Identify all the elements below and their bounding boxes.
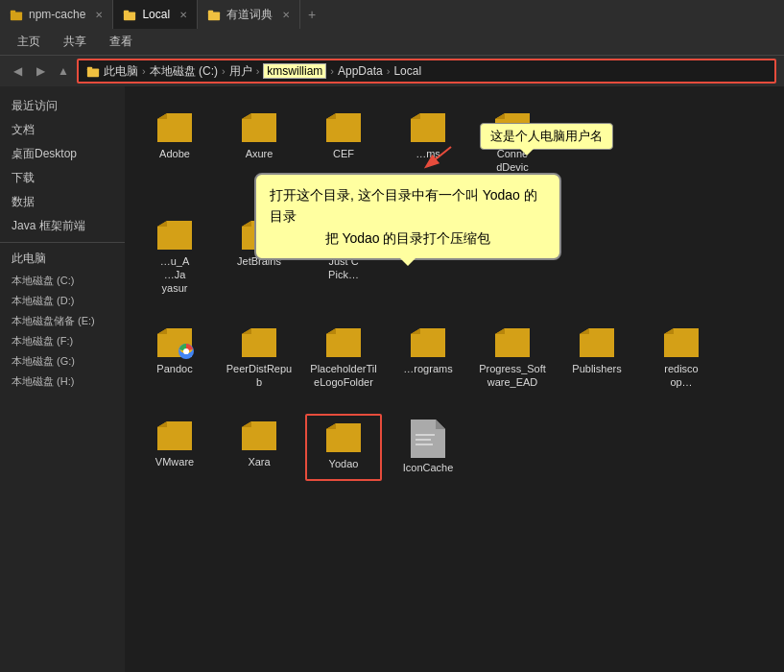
folder-vmware[interactable]: VMware — [136, 414, 213, 480]
title-bar: npm-cache ✕ Local ✕ 有道词典 ✕ + — [0, 0, 784, 29]
svg-marker-44 — [242, 421, 251, 427]
svg-marker-34 — [411, 328, 420, 334]
sidebar-item-recent[interactable]: 最近访问 — [0, 94, 125, 118]
breadcrumb-users: 用户 — [229, 63, 252, 80]
menu-bar: 主页 共享 查看 — [0, 29, 784, 56]
sidebar-item-downloads[interactable]: 下载 — [0, 166, 125, 190]
svg-marker-13 — [326, 113, 336, 119]
svg-marker-9 — [157, 113, 167, 119]
svg-point-28 — [183, 348, 189, 354]
sidebar-drive-g[interactable]: 本地磁盘 (G:) — [0, 351, 125, 372]
svg-rect-49 — [416, 434, 435, 436]
tab-close-local[interactable]: ✕ — [179, 10, 187, 20]
sidebar-item-docs[interactable]: 文档 — [0, 118, 125, 142]
svg-marker-19 — [157, 221, 167, 227]
nav-forward[interactable]: ▶ — [31, 61, 50, 81]
sidebar-drive-c[interactable]: 本地磁盘 (C:) — [0, 271, 125, 291]
tab-youdao[interactable]: 有道词典 ✕ — [198, 0, 300, 29]
svg-rect-3 — [124, 11, 129, 14]
svg-rect-5 — [208, 11, 213, 14]
svg-rect-1 — [11, 11, 15, 14]
tab-local[interactable]: Local ✕ — [113, 0, 198, 29]
sidebar-item-data[interactable]: 数据 — [0, 190, 125, 214]
sidebar-item-java[interactable]: Java 框架前端 — [0, 214, 125, 238]
folder-progress[interactable]: Progress_Software_EAD — [474, 321, 551, 396]
breadcrumb-appdata: AppData — [338, 64, 383, 78]
svg-marker-40 — [664, 328, 674, 334]
sidebar: 最近访问 文档 桌面Desktop 下载 数据 Java 框架前端 此电脑 — [0, 86, 125, 672]
menu-view[interactable]: 查看 — [100, 32, 142, 52]
breadcrumb-computer: 此电脑 — [104, 63, 138, 80]
content-area: 这是个人电脑用户名 打开这个目录, 这个目录中有一个叫 Yodao 的目录 把 … — [125, 86, 784, 672]
file-iconcache[interactable]: IconCache — [390, 414, 466, 480]
svg-marker-17 — [495, 113, 505, 119]
svg-marker-21 — [242, 221, 251, 227]
folder-programs[interactable]: …rograms — [390, 321, 466, 396]
folder-publishers[interactable]: Publishers — [558, 321, 635, 396]
svg-marker-32 — [326, 328, 336, 334]
svg-marker-46 — [326, 423, 336, 429]
breadcrumb-disk: 本地磁盘 (C:) — [150, 63, 218, 80]
breadcrumb-local: Local — [393, 64, 421, 78]
folders-grid: Adobe Axure CEF …ms — [136, 106, 772, 481]
svg-rect-7 — [87, 67, 92, 71]
svg-marker-48 — [436, 420, 445, 429]
new-tab-button[interactable]: + — [300, 7, 323, 22]
sidebar-quick-access: 最近访问 文档 桌面Desktop 下载 数据 Java 框架前端 — [0, 94, 125, 238]
svg-marker-15 — [411, 113, 420, 119]
menu-home[interactable]: 主页 — [8, 32, 50, 52]
address-bar: ◀ ▶ ▲ 此电脑 › 本地磁盘 (C:) › 用户 › kmswilliam … — [0, 56, 784, 86]
svg-marker-25 — [157, 328, 167, 334]
sidebar-drive-d[interactable]: 本地磁盘 (D:) — [0, 291, 125, 311]
menu-share[interactable]: 共享 — [54, 32, 96, 52]
tooltip-instruction: 打开这个目录, 这个目录中有一个叫 Yodao 的目录 把 Yodao 的目录打… — [254, 173, 561, 260]
tooltip-username: 这是个人电脑用户名 — [480, 123, 613, 150]
folder-yodao[interactable]: Yodao — [305, 414, 382, 480]
svg-marker-30 — [242, 328, 251, 334]
folder-peerdist[interactable]: PeerDistRepub — [221, 321, 297, 396]
folder-redisco[interactable]: rediscoop… — [643, 321, 720, 396]
nav-back[interactable]: ◀ — [8, 61, 27, 81]
sidebar-computer: 此电脑 本地磁盘 (C:) 本地磁盘 (D:) 本地磁盘储备 (E:) 本地磁盘… — [0, 247, 125, 392]
sidebar-drive-h[interactable]: 本地磁盘 (H:) — [0, 372, 125, 392]
svg-marker-42 — [157, 421, 167, 427]
svg-marker-11 — [242, 113, 251, 119]
tab-close-npm[interactable]: ✕ — [95, 10, 103, 20]
folder-placeholder[interactable]: PlaceholderTileLogoFolder — [305, 321, 382, 396]
sidebar-drive-f[interactable]: 本地磁盘 (F:) — [0, 331, 125, 351]
sidebar-item-desktop[interactable]: 桌面Desktop — [0, 142, 125, 166]
nav-up[interactable]: ▲ — [54, 61, 73, 81]
sidebar-drive-e[interactable]: 本地磁盘储备 (E:) — [0, 311, 125, 331]
tab-npm-cache[interactable]: npm-cache ✕ — [0, 0, 113, 29]
folder-adobe[interactable]: Adobe — [136, 106, 213, 194]
folder-xara[interactable]: Xara — [221, 414, 297, 480]
svg-rect-50 — [416, 439, 431, 441]
folder-pandoc[interactable]: Pandoc — [136, 321, 213, 396]
breadcrumb[interactable]: 此电脑 › 本地磁盘 (C:) › 用户 › kmswilliam › AppD… — [77, 59, 776, 84]
folder-yasur[interactable]: …u_A…Jayasur — [136, 213, 213, 301]
breadcrumb-username: kmswilliam — [263, 63, 326, 79]
svg-rect-51 — [416, 444, 433, 445]
tab-close-youdao[interactable]: ✕ — [282, 10, 290, 20]
svg-marker-36 — [495, 328, 505, 334]
svg-marker-38 — [580, 328, 589, 334]
sidebar-item-computer[interactable]: 此电脑 — [0, 247, 125, 271]
main-layout: 最近访问 文档 桌面Desktop 下载 数据 Java 框架前端 此电脑 — [0, 86, 784, 672]
